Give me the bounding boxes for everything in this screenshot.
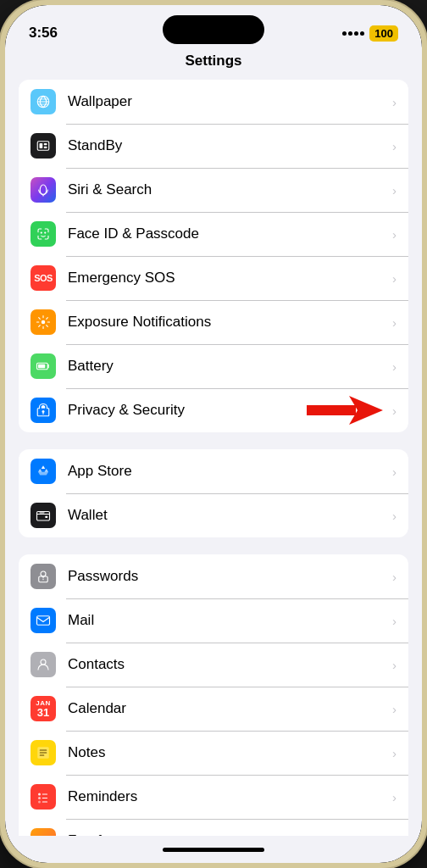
contacts-icon xyxy=(30,652,56,677)
emergencysos-chevron: › xyxy=(392,271,396,286)
calendar-chevron: › xyxy=(392,702,396,716)
svg-point-8 xyxy=(44,231,46,233)
appstore-chevron: › xyxy=(392,465,396,479)
contacts-label: Contacts xyxy=(68,656,387,673)
settings-item-exposure[interactable]: Exposure Notifications › xyxy=(19,300,408,344)
settings-scroll-area[interactable]: Wallpaper › StandB xyxy=(5,80,422,836)
svg-point-23 xyxy=(38,793,41,796)
svg-point-21 xyxy=(41,659,46,665)
exposure-chevron: › xyxy=(392,315,396,330)
calendar-label: Calendar xyxy=(68,700,387,717)
signal-dot-4 xyxy=(360,31,364,36)
calendar-icon: JAN 31 xyxy=(30,696,56,721)
settings-item-emergencysos[interactable]: SOS Emergency SOS › xyxy=(19,256,408,300)
siri-chevron: › xyxy=(392,183,396,198)
reminders-icon xyxy=(30,784,56,810)
exposure-icon xyxy=(30,309,56,335)
status-time: 3:56 xyxy=(29,25,58,42)
reminders-label: Reminders xyxy=(68,788,387,805)
svg-rect-20 xyxy=(37,616,50,626)
mail-chevron: › xyxy=(392,614,396,628)
notes-label: Notes xyxy=(68,744,387,761)
settings-group-1: Wallpaper › StandB xyxy=(19,80,408,432)
appstore-icon xyxy=(30,459,56,484)
signal-dot-3 xyxy=(354,31,358,36)
siri-icon xyxy=(30,177,56,203)
settings-item-battery[interactable]: Battery › xyxy=(19,344,408,388)
svg-point-7 xyxy=(41,231,42,233)
settings-item-passwords[interactable]: Passwords › xyxy=(19,554,408,598)
svg-rect-17 xyxy=(40,512,45,514)
passwords-icon xyxy=(30,564,56,589)
passwords-chevron: › xyxy=(392,570,396,584)
faceid-label: Face ID & Passcode xyxy=(68,225,387,242)
settings-item-mail[interactable]: Mail › xyxy=(19,598,408,643)
standby-icon xyxy=(30,133,56,159)
page-title: Settings xyxy=(5,49,422,80)
settings-group-3: Passwords › Mail › xyxy=(19,554,408,836)
svg-rect-1 xyxy=(37,142,49,151)
faceid-chevron: › xyxy=(392,227,396,242)
svg-rect-11 xyxy=(38,364,45,369)
wallpaper-chevron: › xyxy=(392,95,396,109)
svg-rect-3 xyxy=(44,143,47,145)
standby-chevron: › xyxy=(392,139,396,153)
settings-item-wallet[interactable]: Wallet › xyxy=(19,493,408,537)
emergencysos-label: Emergency SOS xyxy=(68,270,387,287)
wallpaper-icon xyxy=(30,89,56,114)
svg-rect-4 xyxy=(44,147,47,148)
svg-point-25 xyxy=(38,801,41,804)
screen: 3:56 100 Settings xyxy=(5,5,422,863)
svg-point-18 xyxy=(41,571,46,576)
signal-dot-2 xyxy=(348,31,352,36)
wallet-chevron: › xyxy=(392,509,396,523)
privacy-label: Privacy & Security xyxy=(68,402,387,419)
settings-item-wallpaper[interactable]: Wallpaper › xyxy=(19,80,408,124)
freeform-icon xyxy=(30,828,56,836)
emergencysos-icon: SOS xyxy=(30,265,56,291)
privacy-chevron: › xyxy=(392,403,396,418)
settings-item-calendar[interactable]: JAN 31 Calendar › xyxy=(19,687,408,731)
battery-label: Battery xyxy=(68,358,387,375)
contacts-chevron: › xyxy=(392,658,396,672)
wallet-icon xyxy=(30,503,56,528)
home-indicator xyxy=(5,836,422,863)
appstore-label: App Store xyxy=(68,463,387,480)
settings-item-notes[interactable]: Notes › xyxy=(19,731,408,775)
signal-dot-1 xyxy=(342,31,347,36)
settings-item-faceid[interactable]: Face ID & Passcode › xyxy=(19,212,408,256)
status-right: 100 xyxy=(342,25,398,42)
svg-rect-16 xyxy=(45,516,47,518)
dynamic-island xyxy=(163,15,264,44)
settings-item-reminders[interactable]: Reminders › xyxy=(19,775,408,819)
svg-point-24 xyxy=(38,797,41,799)
settings-item-contacts[interactable]: Contacts › xyxy=(19,643,408,687)
mail-icon xyxy=(30,608,56,633)
battery-chevron: › xyxy=(392,359,396,374)
faceid-icon xyxy=(30,221,56,247)
settings-group-2: App Store › Wallet xyxy=(19,449,408,537)
phone-frame: 3:56 100 Settings xyxy=(0,0,427,868)
svg-rect-2 xyxy=(40,143,43,148)
phone-inner: 3:56 100 Settings xyxy=(5,5,422,863)
settings-item-appstore[interactable]: App Store › xyxy=(19,449,408,493)
freeform-label: Freeform xyxy=(68,832,387,836)
wallet-label: Wallet xyxy=(68,507,387,524)
notes-icon xyxy=(30,740,56,765)
freeform-chevron: › xyxy=(392,834,396,837)
wallpaper-label: Wallpaper xyxy=(68,93,387,110)
standby-label: StandBy xyxy=(68,137,387,154)
signal-icon xyxy=(342,31,364,36)
battery-level-badge: 100 xyxy=(369,25,398,42)
settings-item-standby[interactable]: StandBy › xyxy=(19,124,408,168)
svg-point-9 xyxy=(42,320,46,325)
siri-label: Siri & Search xyxy=(68,181,387,198)
battery-icon xyxy=(30,353,56,379)
privacy-icon xyxy=(30,398,56,423)
settings-item-freeform[interactable]: Freeform › xyxy=(19,819,408,836)
passwords-label: Passwords xyxy=(68,568,387,585)
settings-item-privacy[interactable]: Privacy & Security › xyxy=(19,388,408,432)
settings-item-siri[interactable]: Siri & Search › xyxy=(19,168,408,212)
home-bar xyxy=(163,848,264,852)
exposure-label: Exposure Notifications xyxy=(68,314,387,331)
